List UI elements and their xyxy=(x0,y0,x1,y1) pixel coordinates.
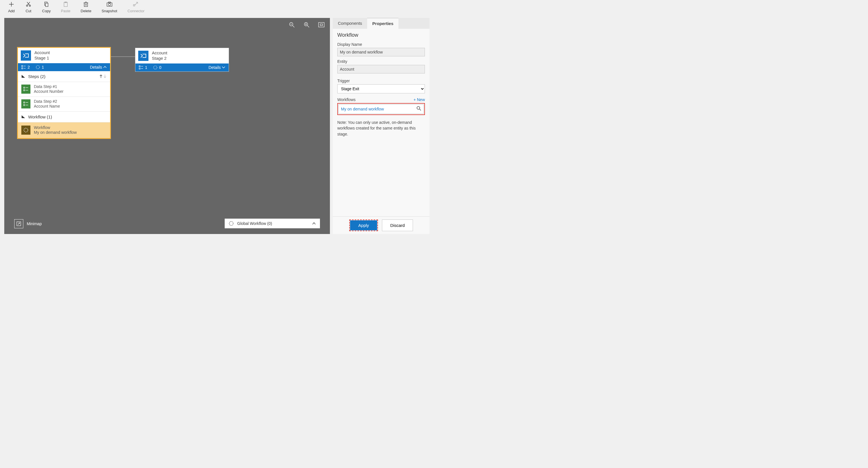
display-name-input[interactable] xyxy=(337,48,425,56)
display-name-label: Display Name xyxy=(337,42,425,47)
svg-line-24 xyxy=(307,26,309,27)
svg-line-19 xyxy=(135,3,137,5)
zoom-in-button[interactable] xyxy=(303,21,310,28)
global-workflow-bar[interactable]: Global Workflow (0) xyxy=(225,218,320,228)
add-button[interactable]: Add xyxy=(3,0,20,13)
svg-rect-8 xyxy=(64,2,67,6)
svg-line-5 xyxy=(27,2,30,5)
entity-input[interactable] xyxy=(337,65,425,74)
delete-button[interactable]: Delete xyxy=(76,0,97,13)
add-label: Add xyxy=(8,9,14,13)
copy-icon xyxy=(43,1,49,7)
copy-button[interactable]: Copy xyxy=(37,0,56,13)
svg-rect-30 xyxy=(22,68,23,69)
data-step-1[interactable]: Data Step #1 Account Number xyxy=(18,82,110,97)
svg-point-53 xyxy=(229,222,233,226)
stage1-step-count: 2 xyxy=(28,65,30,69)
svg-rect-27 xyxy=(318,23,324,27)
canvas[interactable]: Account Stage 1 2 1 Details Steps (2) xyxy=(4,18,330,234)
step1-title: Data Step #1 xyxy=(34,84,63,89)
paste-label: Paste xyxy=(61,9,70,13)
zoom-out-button[interactable] xyxy=(288,21,295,28)
svg-point-3 xyxy=(29,5,31,6)
paste-icon xyxy=(63,1,68,7)
workflow-icon xyxy=(229,221,234,226)
svg-rect-42 xyxy=(24,105,25,106)
workflow-header-label: Workflow (1) xyxy=(28,114,52,119)
cut-button[interactable]: Cut xyxy=(20,0,37,13)
wf-item-sub: My on demand workflow xyxy=(34,130,77,135)
apply-button[interactable]: Apply xyxy=(350,220,377,230)
stage-1[interactable]: Account Stage 1 2 1 Details Steps (2) xyxy=(17,47,111,139)
stage-chevron-icon xyxy=(138,51,149,61)
svg-rect-41 xyxy=(24,102,25,103)
step2-title: Data Step #2 xyxy=(34,99,60,104)
svg-rect-17 xyxy=(108,2,111,3)
stage2-name: Stage 2 xyxy=(152,56,167,61)
plus-icon xyxy=(8,1,14,7)
connector-label: Connector xyxy=(127,9,145,13)
discard-button[interactable]: Discard xyxy=(382,220,413,231)
stage-chevron-icon xyxy=(21,50,31,61)
stage2-details-toggle[interactable]: Details xyxy=(209,65,225,70)
workflow-item-selected[interactable]: Workflow My on demand workflow xyxy=(18,122,110,138)
stage1-entity: Account xyxy=(34,50,50,56)
svg-rect-37 xyxy=(24,87,25,88)
delete-label: Delete xyxy=(81,9,92,13)
svg-rect-48 xyxy=(139,68,140,69)
svg-rect-38 xyxy=(24,90,25,91)
search-icon[interactable] xyxy=(417,106,421,112)
apply-highlight: Apply xyxy=(349,220,378,231)
stage2-entity: Account xyxy=(152,50,167,56)
workflow-search-input[interactable]: My on demand workflow xyxy=(338,104,424,114)
svg-point-16 xyxy=(108,3,111,6)
fit-screen-button[interactable] xyxy=(318,21,325,28)
minimap-label: Minimap xyxy=(27,222,42,226)
workflow-search-value: My on demand workflow xyxy=(341,107,384,111)
scissors-icon xyxy=(26,1,31,7)
arrow-up-icon[interactable] xyxy=(99,74,103,78)
svg-line-21 xyxy=(293,26,294,27)
properties-panel: Components Properties Workflow Display N… xyxy=(333,18,429,234)
snapshot-label: Snapshot xyxy=(101,9,117,13)
stage-2[interactable]: Account Stage 2 1 0 Details xyxy=(135,48,229,72)
wf-item-title: Workflow xyxy=(34,125,77,130)
tab-properties[interactable]: Properties xyxy=(367,18,398,29)
svg-point-46 xyxy=(24,128,28,132)
svg-point-51 xyxy=(154,66,157,69)
trigger-select[interactable]: Stage Exit xyxy=(337,84,425,93)
trigger-label: Trigger xyxy=(337,79,425,83)
svg-rect-18 xyxy=(133,5,135,6)
svg-rect-10 xyxy=(84,3,88,6)
workflows-label: Workflows xyxy=(337,97,355,102)
connector-button: Connector xyxy=(122,0,150,13)
tab-components[interactable]: Components xyxy=(333,18,367,29)
svg-rect-28 xyxy=(320,24,322,26)
steps-group-header[interactable]: Steps (2) xyxy=(18,71,110,82)
svg-line-55 xyxy=(420,109,421,111)
workflow-group-header[interactable]: Workflow (1) xyxy=(18,112,110,122)
stage1-details-toggle[interactable]: Details xyxy=(90,65,107,69)
chevron-up-icon xyxy=(312,222,316,225)
entity-label: Entity xyxy=(337,59,425,64)
snapshot-button[interactable]: Snapshot xyxy=(96,0,122,13)
workflow-icon xyxy=(21,125,30,135)
steps-header-label: Steps (2) xyxy=(28,74,45,79)
new-workflow-link[interactable]: + New xyxy=(413,97,425,102)
arrow-down-icon[interactable] xyxy=(103,74,107,78)
paste-button: Paste xyxy=(56,0,75,13)
triangle-icon xyxy=(21,115,25,118)
svg-marker-45 xyxy=(22,115,25,118)
camera-icon xyxy=(107,1,112,7)
stage1-name: Stage 1 xyxy=(34,56,50,61)
stage2-wf-count: 0 xyxy=(159,65,161,70)
panel-heading: Workflow xyxy=(337,32,425,38)
svg-point-2 xyxy=(26,5,28,6)
stage1-wf-count: 1 xyxy=(42,65,44,69)
svg-line-4 xyxy=(28,2,30,5)
data-step-2[interactable]: Data Step #2 Account Name xyxy=(18,97,110,112)
svg-point-54 xyxy=(417,107,420,109)
toolbar: Add Cut Copy Paste Delete Snapshot Conne… xyxy=(0,0,434,18)
minimap-button[interactable] xyxy=(14,219,23,228)
svg-rect-29 xyxy=(22,65,23,67)
